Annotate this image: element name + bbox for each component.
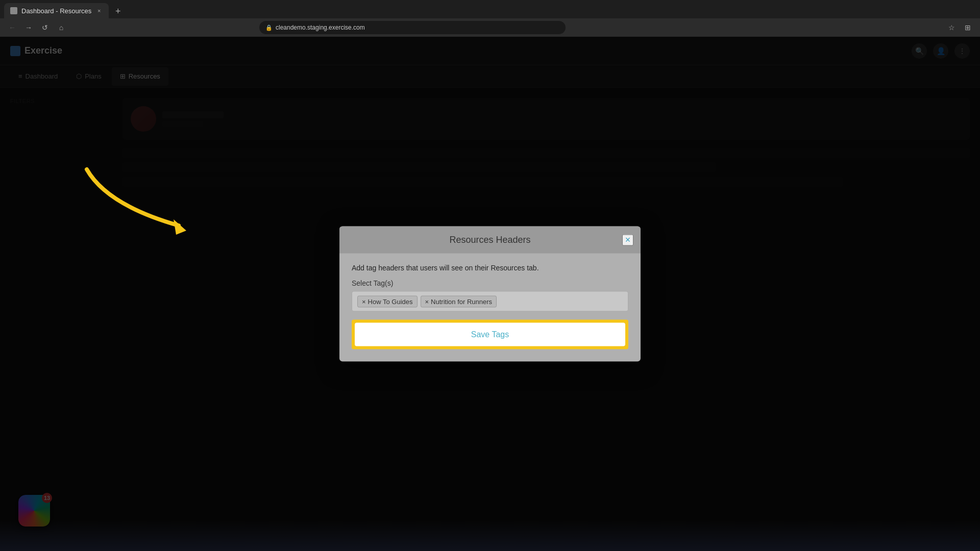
tab-favicon [10,7,17,14]
modal-description: Add tag headers that users will see on t… [352,264,628,272]
new-tab-button[interactable]: + [111,4,125,18]
select-tags-label: Select Tag(s) [352,279,628,287]
modal-close-button[interactable]: × [622,234,633,245]
tag-chip-nutrition-for-runners[interactable]: × Nutrition for Runners [421,295,497,307]
lock-icon: 🔒 [265,24,273,31]
resources-headers-modal: Resources Headers × Add tag headers that… [339,227,641,362]
extensions-icon[interactable]: ⊞ [962,21,974,34]
nav-back-button[interactable]: ← [6,21,18,34]
modal-body: Add tag headers that users will see on t… [339,254,641,362]
tab-close-btn[interactable]: × [95,7,103,14]
save-tags-button[interactable]: Save Tags [355,323,625,346]
tag-chip-how-to-guides[interactable]: × How To Guides [357,295,418,307]
tab-bar: Dashboard - Resources × + [0,0,980,18]
address-bar[interactable]: 🔒 cleandemo.staging.exercise.com [259,21,566,34]
nav-forward-button[interactable]: → [22,21,35,34]
browser-toolbar: ← → ↺ ⌂ 🔒 cleandemo.staging.exercise.com… [0,18,980,37]
modal-header: Resources Headers × [339,227,641,254]
tag-label-nutrition-for-runners: Nutrition for Runners [431,297,492,305]
nav-refresh-button[interactable]: ↺ [39,21,51,34]
save-tags-highlight-wrapper: Save Tags [352,320,628,349]
browser-tab[interactable]: Dashboard - Resources × [4,3,109,18]
tags-input-area[interactable]: × How To Guides × Nutrition for Runners [352,291,628,312]
bookmark-icon[interactable]: ☆ [945,21,958,34]
app-area: Exercise 🔍 👤 ⋮ ≡ Dashboard ⬡ Plans ⊞ Res… [0,37,980,551]
tag-label-how-to-guides: How To Guides [368,297,413,305]
browser-chrome: Dashboard - Resources × + ← → ↺ ⌂ 🔒 clea… [0,0,980,37]
tag-remove-nutrition-for-runners[interactable]: × [425,297,429,305]
url-display: cleandemo.staging.exercise.com [276,24,365,31]
browser-toolbar-right: ☆ ⊞ [945,21,974,34]
tab-title: Dashboard - Resources [21,7,91,15]
tag-remove-how-to-guides[interactable]: × [362,297,366,305]
modal-title: Resources Headers [449,235,530,245]
nav-home-button[interactable]: ⌂ [55,21,67,34]
